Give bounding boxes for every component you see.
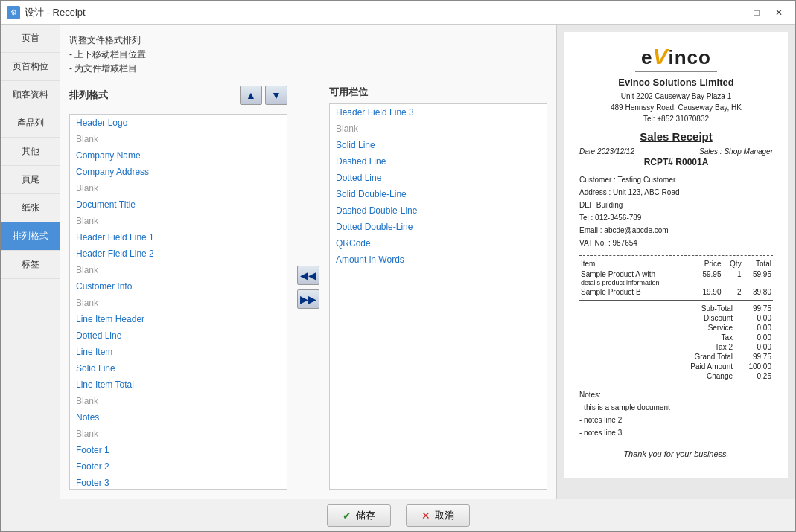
close-button[interactable]: ✕ [768,4,789,22]
notes-label: Notes: [579,388,773,401]
available-list[interactable]: Header Field Line 3 Blank Solid Line Das… [329,103,547,490]
bottom-bar: ✔ 储存 ✕ 取消 [1,499,795,531]
list-item[interactable]: Blank [70,262,287,278]
list-item[interactable]: Line Item Header [70,311,287,327]
receipt-meta: Date 2023/12/12 Sales : Shop Manager [579,147,773,156]
item-total: 59.95 [743,269,773,288]
receipt-date: Date 2023/12/12 [579,147,634,156]
list-item[interactable]: Amount in Words [330,251,547,268]
list-item[interactable]: Footer 1 [70,442,287,458]
logo-inco: inco [669,46,711,68]
item-price: 59.95 [692,269,722,288]
save-button[interactable]: ✔ 储存 [327,504,391,527]
customer-tel: Tel : 012-3456-789 [579,211,773,224]
sidebar-item-header[interactable]: 页首构位 [1,53,60,81]
total-val: 100.00 [734,362,773,371]
cancel-button[interactable]: ✕ 取消 [406,504,470,527]
list-item[interactable]: Dashed Double-Line [330,202,547,219]
main-content: 页首 页首构位 顾客资料 產品列 其他 頁尾 纸张 排列格式 标签 调整文件格式… [1,25,795,499]
notes-line2: - notes line 2 [579,414,773,426]
sort-up-button[interactable]: ▲ [240,86,262,105]
item-name: Sample Product A withdetails product inf… [579,269,692,288]
list-item[interactable]: Blank [70,426,287,442]
col-total: Total [743,259,773,269]
item-qty: 1 [722,269,742,288]
logo-v: V [653,44,669,68]
list-item[interactable]: Dotted Line [330,170,547,186]
save-icon: ✔ [343,510,351,522]
list-item[interactable]: Footer 2 [70,458,287,475]
receipt-preview: eVinco Evinco Solutions Limited Unit 220… [564,32,788,478]
item-name: Sample Product B [579,287,692,297]
list-item[interactable]: Line Item Total [70,376,287,393]
sidebar-item-home[interactable]: 页首 [1,25,60,53]
receipt-doc-title: Sales Receipt [579,130,773,143]
list-item[interactable]: Blank [70,295,287,311]
list-item[interactable]: Company Name [70,147,287,164]
available-section: 可用栏位 Header Field Line 3 Blank Solid Lin… [329,86,547,490]
list-item[interactable]: Customer Info [70,278,287,295]
transfer-left-button[interactable]: ◀◀ [297,266,319,285]
sidebar-item-products[interactable]: 產品列 [1,109,60,138]
address-line1: Unit 2202 Causeway Bay Plaza 1 [579,91,773,102]
sidebar-item-paper[interactable]: 纸张 [1,194,60,222]
app-icon: ⚙ [7,6,20,19]
sort-format-header: 排列格式 [69,89,108,102]
save-label: 储存 [356,509,375,522]
minimize-button[interactable]: — [724,4,745,22]
list-item[interactable]: Line Item [70,344,287,360]
table-header-row: Item Price Qty Total [579,259,773,269]
preview-panel: eVinco Evinco Solutions Limited Unit 220… [557,25,795,499]
window-controls: — □ ✕ [724,4,789,22]
list-item[interactable]: Solid Double-Line [330,186,547,202]
available-header: 可用栏位 [329,86,368,97]
customer-address: Address : Unit 123, ABC Road [579,186,773,199]
solid-line [579,300,773,301]
total-label: Sub-Total [579,304,734,313]
list-item[interactable]: Notes [70,409,287,426]
list-item[interactable]: Solid Line [70,360,287,376]
list-item[interactable]: Blank [330,121,547,137]
list-item[interactable]: Blank [70,180,287,196]
sort-down-button[interactable]: ▼ [265,86,287,105]
sidebar-item-sort[interactable]: 排列格式 [1,222,60,251]
main-window: ⚙ 设计 - Receipt — □ ✕ 页首 页首构位 顾客资料 產品列 其他… [0,0,796,532]
sort-format-list[interactable]: Header Logo Blank Company Name Company A… [69,114,287,490]
maximize-button[interactable]: □ [746,4,767,22]
list-item[interactable]: Header Field Line 2 [70,246,287,262]
total-label: Tax 2 [579,342,734,352]
list-item[interactable]: Dotted Line [70,327,287,344]
list-item[interactable]: Blank [70,131,287,147]
receipt-company-name: Evinco Solutions Limited [579,77,773,88]
cancel-icon: ✕ [421,510,430,522]
total-label: Service [579,323,734,333]
list-item[interactable]: Company Address [70,164,287,180]
sidebar-item-footer[interactable]: 頁尾 [1,166,60,194]
total-label: Grand Total [579,352,734,362]
customer-building: DEF Building [579,199,773,211]
list-item[interactable]: QRCode [330,235,547,251]
list-item[interactable]: Blank [70,213,287,229]
sidebar-item-label[interactable]: 标签 [1,251,60,279]
list-item[interactable]: Header Field Line 3 [330,104,547,121]
item-price: 19.90 [692,287,722,297]
total-label: Tax [579,333,734,342]
list-item[interactable]: Dashed Line [330,153,547,170]
sidebar-item-customer[interactable]: 顾客资料 [1,81,60,109]
total-val: 0.25 [734,371,773,381]
receipt-id: RCPT# R0001A [579,157,773,167]
total-val: 0.00 [734,342,773,352]
list-item[interactable]: Header Field Line 1 [70,229,287,246]
list-item[interactable]: Header Logo [70,115,287,131]
total-val: 0.00 [734,323,773,333]
titlebar: ⚙ 设计 - Receipt — □ ✕ [1,1,795,25]
item-total: 39.80 [743,287,773,297]
list-item[interactable]: Dotted Double-Line [330,219,547,235]
list-item[interactable]: Document Title [70,196,287,213]
list-item[interactable]: Footer 3 [70,475,287,490]
address-line3: Tel: +852 31070832 [579,113,773,124]
list-item[interactable]: Blank [70,393,287,409]
sidebar-item-other[interactable]: 其他 [1,138,60,166]
transfer-right-button[interactable]: ▶▶ [297,289,319,309]
list-item[interactable]: Solid Line [330,137,547,153]
